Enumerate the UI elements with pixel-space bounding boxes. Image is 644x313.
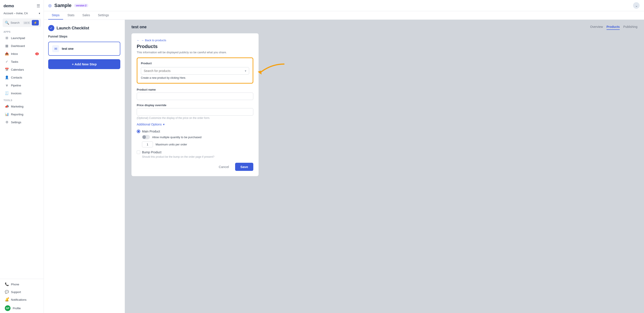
product-search-chevron-icon: ▾ — [245, 69, 246, 73]
sidebar-item-label: Support — [11, 290, 21, 294]
sidebar-item-dashboard[interactable]: ▦ Dashboard — [1, 42, 42, 50]
search-bar[interactable]: 🔍 Search ctrl K ⚡ — [3, 19, 41, 27]
tab-stats[interactable]: Stats — [64, 11, 78, 20]
sidebar-item-label: Notifications — [11, 298, 26, 301]
products-heading: Products — [137, 44, 253, 49]
avatar: GP — [5, 305, 10, 311]
quantity-label: Maximum units per order — [156, 143, 187, 146]
support-icon: 💬 — [5, 290, 9, 294]
step-card-name: test one — [62, 47, 74, 51]
notification-dot — [8, 297, 9, 299]
dashboard-icon: ▦ — [5, 44, 9, 48]
marketing-icon: 📣 — [5, 104, 9, 108]
tab-settings[interactable]: Settings — [94, 11, 113, 20]
main-tabs: Steps Stats Sales Settings — [44, 11, 644, 20]
main-product-radio-dot — [137, 130, 140, 133]
bump-hint: Should this product be the bump on the o… — [142, 155, 253, 158]
sidebar-item-phone[interactable]: 📞 Phone — [1, 280, 42, 288]
sidebar-item-label: Launchpad — [11, 37, 25, 40]
sidebar-item-settings[interactable]: ⚙ Settings — [1, 118, 42, 126]
search-icon: 🔍 — [5, 21, 9, 25]
sidebar-item-tasks[interactable]: ✓ Tasks — [1, 58, 42, 65]
quantity-row: Maximum units per order — [142, 141, 253, 147]
cancel-button[interactable]: Cancel — [215, 163, 232, 170]
sidebar-item-label: Profile — [13, 307, 21, 310]
tab-overview[interactable]: Overview — [590, 24, 603, 30]
sidebar-bottom: 📞 Phone 💬 Support 🔔 Notifications GP Pro… — [0, 279, 44, 313]
settings-icon: ⚙ — [5, 120, 9, 124]
account-name: Account -- Irvine, CA — [4, 12, 28, 15]
sidebar-item-label: Pipeline — [11, 84, 21, 87]
tools-section-label: Tools — [0, 97, 44, 102]
product-section: Product ▾ Create a new product by clicki… — [137, 58, 253, 84]
tab-products[interactable]: Products — [606, 24, 620, 30]
additional-options-chevron-icon: ▾ — [163, 123, 164, 126]
topbar-chevron-icon[interactable]: ⌄ — [633, 2, 640, 9]
sidebar-item-inbox[interactable]: 📥 Inbox 1 — [1, 50, 42, 58]
product-search-container[interactable]: ▾ — [141, 67, 249, 75]
calendars-icon: 📅 — [5, 68, 9, 72]
products-subtitle: This information will be displayed publi… — [137, 51, 253, 54]
funnel-title: Sample — [54, 3, 72, 8]
inbox-badge: 1 — [35, 53, 39, 55]
reporting-icon: 📊 — [5, 112, 9, 116]
sidebar: demo ☰ Account -- Irvine, CA ▾ 🔍 Search … — [0, 0, 44, 313]
sidebar-item-notifications[interactable]: 🔔 Notifications — [1, 296, 42, 303]
launchpad-icon: ⊞ — [5, 36, 9, 40]
right-top-tabs: Overview Products Publishing — [590, 24, 638, 30]
main-product-radio[interactable]: Main Product — [137, 130, 253, 133]
right-panel: test one Overview Products Publishing ← … — [125, 20, 644, 313]
invoices-icon: 🧾 — [5, 91, 9, 95]
step-card-test-one[interactable]: ✉ test one — [48, 42, 120, 56]
search-label: Search — [10, 21, 22, 24]
form-actions: Cancel Save — [137, 163, 253, 171]
sidebar-item-label: Marketing — [11, 105, 24, 108]
sidebar-item-label: Phone — [11, 283, 19, 286]
product-search-input[interactable] — [144, 69, 245, 73]
tasks-icon: ✓ — [5, 60, 9, 64]
product-label: Product — [141, 62, 249, 65]
additional-options-toggle[interactable]: Additional Options ▾ — [137, 123, 253, 126]
sidebar-item-label: Invoices — [11, 92, 22, 95]
left-panel: ✓ Launch Checklist Funnel Steps ✉ test o… — [44, 20, 125, 313]
product-name-label: Product name — [137, 88, 253, 91]
product-name-input[interactable] — [137, 93, 253, 100]
sidebar-item-contacts[interactable]: 👤 Contacts — [1, 74, 42, 81]
main-product-radio-label: Main Product — [142, 130, 160, 133]
sidebar-item-label: Dashboard — [11, 44, 25, 48]
sidebar-item-profile[interactable]: GP Profile — [1, 303, 42, 313]
tab-steps[interactable]: Steps — [48, 11, 63, 20]
sidebar-item-label: Inbox — [11, 52, 18, 56]
sidebar-item-pipeline[interactable]: ⛛ Pipeline — [1, 82, 42, 89]
sidebar-item-support[interactable]: 💬 Support — [1, 288, 42, 296]
price-input[interactable] — [137, 108, 253, 116]
right-panel-inner: ← ← Back to products Products This infor… — [132, 33, 258, 176]
content-area: ✓ Launch Checklist Funnel Steps ✉ test o… — [44, 20, 644, 313]
menu-icon[interactable]: ☰ — [36, 4, 40, 8]
contacts-icon: 👤 — [5, 76, 9, 79]
sidebar-item-marketing[interactable]: 📣 Marketing — [1, 103, 42, 110]
flash-button[interactable]: ⚡ — [32, 20, 39, 26]
toggle-knob — [142, 135, 146, 139]
bump-product-checkbox[interactable] — [137, 150, 140, 154]
price-label: Price display override — [137, 104, 253, 107]
arrow-annotation — [253, 62, 288, 80]
sidebar-item-reporting[interactable]: 📊 Reporting — [1, 111, 42, 118]
bump-product-checkbox-row[interactable]: Bump Product — [137, 150, 253, 154]
main-content: ◎ Sample version 2 ⌄ Steps Stats Sales S… — [44, 0, 644, 313]
sidebar-item-invoices[interactable]: 🧾 Invoices — [1, 90, 42, 97]
multiple-quantity-toggle[interactable] — [142, 135, 150, 139]
tab-sales[interactable]: Sales — [79, 11, 94, 20]
step-section-title: test one — [132, 25, 146, 29]
sidebar-item-launchpad[interactable]: ⊞ Launchpad — [1, 34, 42, 42]
topbar-sample-icon: ◎ — [48, 3, 52, 8]
account-selector[interactable]: Account -- Irvine, CA ▾ — [0, 11, 44, 18]
back-link-text: ← Back to products — [141, 39, 166, 42]
sidebar-item-calendars[interactable]: 📅 Calendars — [1, 66, 42, 73]
version-badge: version 2 — [74, 4, 88, 7]
save-button[interactable]: Save — [235, 163, 253, 171]
tab-publishing[interactable]: Publishing — [623, 24, 638, 30]
back-to-products-link[interactable]: ← ← Back to products — [137, 39, 253, 42]
add-step-button[interactable]: + Add New Step — [48, 59, 120, 69]
quantity-input[interactable] — [142, 141, 153, 147]
